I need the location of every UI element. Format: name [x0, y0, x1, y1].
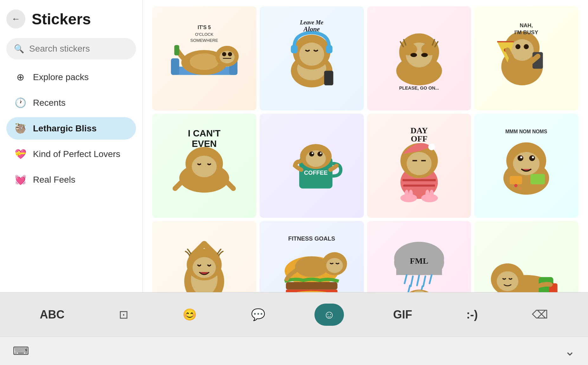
svg-text:FML: FML [410, 256, 428, 266]
lethargic-bliss-icon: 🦥 [14, 123, 27, 134]
sticker-3[interactable]: PLEASE, GO ON... [367, 6, 471, 110]
sticker-6[interactable]: COFFEE [260, 114, 364, 218]
sticker-5[interactable]: I CAN'T EVEN [152, 114, 256, 218]
back-icon: ← [11, 14, 20, 24]
bottom-strip: ⌨ ⌄ [0, 337, 588, 365]
sidebar-item-lethargic-label: Lethargic Bliss [33, 123, 97, 134]
svg-rect-18 [291, 45, 298, 53]
sidebar-item-kind-of-perfect[interactable]: 💝 Kind of Perfect Lovers [6, 143, 136, 165]
svg-point-52 [320, 152, 321, 154]
svg-text:PLEASE, GO ON...: PLEASE, GO ON... [399, 85, 439, 91]
svg-point-59 [404, 190, 409, 198]
svg-text:NAH,: NAH, [520, 22, 533, 28]
svg-point-70 [520, 156, 523, 159]
svg-text:Leave Me: Leave Me [300, 19, 323, 26]
back-button[interactable]: ← [6, 9, 25, 28]
gif-search-icon: ⊡ [119, 308, 128, 321]
search-input[interactable] [29, 44, 128, 54]
svg-point-55 [407, 152, 432, 175]
svg-rect-19 [326, 45, 333, 53]
search-box[interactable]: 🔍 [6, 38, 136, 60]
svg-point-7 [222, 52, 226, 56]
svg-point-60 [409, 190, 413, 198]
svg-point-34 [516, 44, 521, 49]
sticker-12[interactable] [474, 221, 578, 293]
svg-point-71 [532, 156, 534, 159]
svg-point-29 [421, 53, 428, 57]
sticker-2[interactable]: Leave Me Alone [260, 6, 364, 110]
svg-rect-85 [286, 282, 338, 290]
svg-point-61 [425, 190, 430, 198]
search-icon: 🔍 [14, 44, 24, 54]
backspace-icon: ⌫ [532, 308, 548, 321]
sticker-8[interactable]: MMM NOM NOMS [474, 114, 578, 218]
kind-of-perfect-icon: 💝 [14, 148, 27, 160]
svg-text:O'CLOCK: O'CLOCK [195, 32, 213, 37]
svg-point-17 [299, 43, 324, 66]
real-feels-icon: 💓 [14, 174, 27, 185]
recents-icon: 🕐 [14, 97, 27, 108]
chat-sticker-button[interactable]: 💬 [246, 305, 270, 324]
emoji-icon: 😊 [183, 308, 197, 321]
emoji-button[interactable]: 😊 [178, 305, 202, 324]
sticker-button[interactable]: ☺ [314, 304, 344, 326]
sidebar-item-real-feels[interactable]: 💓 Real Feels [6, 168, 136, 191]
svg-point-74 [514, 184, 518, 187]
svg-point-67 [513, 152, 540, 175]
svg-text:IT'S 5: IT'S 5 [198, 25, 211, 30]
svg-text:Alone: Alone [303, 25, 320, 33]
sticker-1[interactable]: IT'S 5 O'CLOCK SOMEWHERE [152, 6, 256, 110]
svg-point-8 [228, 52, 232, 56]
svg-point-62 [430, 190, 434, 198]
svg-text:FITNESS GOALS: FITNESS GOALS [288, 235, 335, 242]
svg-point-58 [421, 194, 437, 202]
sticker-4[interactable]: NAH, I'M BUSY [474, 6, 578, 110]
sticker-11[interactable]: FML [367, 221, 471, 293]
svg-rect-73 [531, 174, 545, 184]
sticker-7[interactable]: DAY OFF [367, 114, 471, 218]
sidebar-item-kop-label: Kind of Perfect Lovers [33, 149, 120, 159]
svg-point-4 [190, 53, 219, 70]
svg-point-28 [410, 53, 417, 57]
gif-button[interactable]: GIF [388, 305, 417, 324]
emoticon-label: :-) [466, 308, 478, 321]
svg-text:OFF: OFF [411, 134, 427, 143]
svg-rect-10 [174, 45, 179, 55]
svg-point-51 [312, 152, 313, 154]
sticker-icon: ☺ [323, 308, 335, 321]
sidebar-item-explore[interactable]: ⊕ Explore packs [6, 66, 136, 88]
chevron-down-icon[interactable]: ⌄ [565, 344, 575, 358]
sidebar-item-recents-label: Recents [33, 98, 66, 108]
svg-point-6 [220, 51, 235, 63]
keyboard-icon[interactable]: ⌨ [13, 344, 29, 358]
svg-point-90 [326, 258, 343, 273]
svg-point-75 [519, 187, 521, 190]
svg-rect-1 [171, 58, 179, 75]
svg-text:I'M BUSY: I'M BUSY [514, 29, 539, 35]
sticker-10[interactable]: FITNESS GOALS [260, 221, 364, 293]
sticker-grid: IT'S 5 O'CLOCK SOMEWHERE [152, 6, 578, 292]
svg-point-57 [400, 194, 417, 202]
gif-search-button[interactable]: ⊡ [114, 305, 133, 324]
svg-point-101 [497, 271, 518, 291]
svg-point-68 [518, 155, 523, 161]
svg-rect-20 [324, 71, 333, 85]
abc-button[interactable]: ABC [35, 305, 70, 324]
svg-point-56 [428, 144, 435, 150]
svg-text:I CAN'T: I CAN'T [188, 128, 221, 138]
svg-text:DAY: DAY [410, 126, 428, 135]
svg-point-69 [529, 155, 535, 161]
emoticon-button[interactable]: :-) [461, 305, 483, 324]
sidebar-item-lethargic-bliss[interactable]: 🦥 Lethargic Bliss [6, 117, 136, 140]
sidebar-item-rf-label: Real Feels [33, 175, 75, 185]
svg-point-50 [317, 152, 322, 157]
backspace-button[interactable]: ⌫ [527, 305, 553, 324]
sidebar-item-recents[interactable]: 🕐 Recents [6, 91, 136, 114]
svg-point-42 [192, 156, 217, 177]
bottom-toolbar: ABC ⊡ 😊 💬 ☺ GIF :-) ⌫ [0, 292, 588, 337]
sidebar-title: Stickers [32, 10, 91, 28]
sidebar: ← Stickers 🔍 ⊕ Explore packs 🕐 Recents 🦥… [0, 0, 143, 292]
sticker-9[interactable] [152, 221, 256, 293]
svg-rect-72 [510, 176, 522, 184]
svg-point-49 [309, 152, 314, 157]
